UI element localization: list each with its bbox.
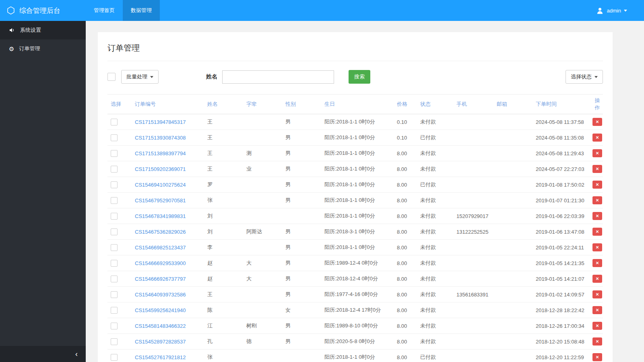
- sidebar-item-system-settings[interactable]: 系统设置: [0, 21, 86, 39]
- cell-birthday: 阳历:2018-1-1 0时0分: [321, 146, 394, 161]
- delete-button[interactable]: ×: [592, 290, 602, 298]
- row-checkbox[interactable]: [111, 166, 118, 173]
- cell-status: 已付款: [417, 350, 453, 362]
- column-header: 字辈: [243, 95, 282, 114]
- delete-button[interactable]: ×: [592, 196, 602, 204]
- cell-name: 孔: [204, 334, 243, 350]
- cell-created_at: 2018-12-26 17:00:34: [533, 318, 592, 334]
- order-number-link[interactable]: CS154666926737797: [135, 276, 186, 282]
- cell-name: 刘: [204, 224, 243, 240]
- table-row: CS154581483466322江树刚男阳历:1989-8-10 0时0分8.…: [107, 318, 603, 334]
- select-all-checkbox[interactable]: [107, 73, 116, 81]
- cell-zibei: [243, 193, 282, 208]
- cell-price: 8.00: [394, 318, 417, 334]
- nav-item-home[interactable]: 管理首页: [86, 0, 123, 21]
- cell-name: 王: [204, 114, 243, 130]
- cell-zibei: [243, 350, 282, 362]
- delete-button[interactable]: ×: [592, 134, 602, 142]
- delete-button[interactable]: ×: [592, 353, 602, 361]
- row-checkbox[interactable]: [111, 276, 118, 282]
- order-number-link[interactable]: CS171509202369071: [135, 166, 186, 172]
- cell-order_no: CS154528972828537: [132, 334, 204, 350]
- order-number-link[interactable]: CS154679529070581: [135, 197, 186, 204]
- cell-status: 未付款: [417, 318, 453, 334]
- order-number-link[interactable]: CS154669825123437: [135, 245, 186, 251]
- cell-order_no: CS154694100275624: [132, 177, 204, 193]
- order-number-link[interactable]: CS154675362829026: [135, 229, 186, 235]
- cell-order_no: CS154675362829026: [132, 224, 204, 240]
- row-checkbox[interactable]: [111, 150, 118, 157]
- order-number-link[interactable]: CS154581483466322: [135, 323, 186, 329]
- sidebar-item-order-management[interactable]: ⚙ 订单管理: [0, 39, 86, 58]
- order-table-head-row: 选择订单编号姓名字辈性别生日价格状态手机邮箱下单时间操作: [107, 95, 603, 114]
- delete-button[interactable]: ×: [592, 228, 602, 236]
- row-checkbox[interactable]: [111, 119, 118, 125]
- cell-actions: ×: [592, 287, 603, 302]
- column-header: 性别: [282, 95, 321, 114]
- status-filter-button[interactable]: 选择状态: [566, 70, 603, 84]
- delete-button[interactable]: ×: [592, 243, 602, 251]
- sidebar-collapse-button[interactable]: ‹: [0, 346, 86, 362]
- search-button[interactable]: 搜索: [349, 70, 370, 84]
- row-checkbox[interactable]: [111, 291, 118, 298]
- row-checkbox[interactable]: [111, 323, 118, 329]
- delete-button[interactable]: ×: [592, 118, 602, 126]
- table-row: CS154678341989831刘阳历:2018-1-1 0时0分8.00未付…: [107, 208, 603, 224]
- row-checkbox[interactable]: [111, 228, 118, 235]
- batch-actions-button[interactable]: 批量处理: [121, 70, 159, 84]
- delete-button[interactable]: ×: [592, 181, 602, 189]
- order-number-link[interactable]: CS154599256241940: [135, 307, 186, 313]
- row-checkbox[interactable]: [111, 354, 118, 361]
- user-menu[interactable]: admin: [596, 0, 644, 21]
- order-number-link[interactable]: CS154678341989831: [135, 213, 186, 219]
- cell-name: 刘: [204, 208, 243, 224]
- cell-gender: 男: [282, 334, 321, 350]
- cell-gender: 女: [282, 302, 321, 318]
- order-number-link[interactable]: CS154528972828537: [135, 339, 186, 345]
- row-checkbox[interactable]: [111, 181, 118, 188]
- delete-button[interactable]: ×: [592, 337, 602, 346]
- delete-button[interactable]: ×: [592, 149, 602, 157]
- cell-gender: 男: [282, 287, 321, 302]
- order-number-link[interactable]: CS171513898397794: [135, 150, 186, 156]
- cell-actions: ×: [592, 318, 603, 334]
- row-checkbox[interactable]: [111, 260, 118, 267]
- cell-status: 未付款: [417, 114, 453, 130]
- cell-order_no: CS171513898397794: [132, 146, 204, 161]
- cell-select: [107, 271, 132, 287]
- delete-button[interactable]: ×: [592, 259, 602, 267]
- row-checkbox[interactable]: [111, 134, 118, 141]
- order-number-link[interactable]: CS171513947845317: [135, 119, 186, 125]
- delete-button[interactable]: ×: [592, 275, 602, 283]
- row-checkbox[interactable]: [111, 307, 118, 314]
- cell-order_no: CS154666929533900: [132, 255, 204, 271]
- row-checkbox[interactable]: [111, 213, 118, 220]
- row-checkbox[interactable]: [111, 338, 118, 345]
- cell-created_at: 2024-05-07 22:27:03: [533, 161, 592, 177]
- order-number-link[interactable]: CS154666929533900: [135, 260, 186, 266]
- cell-created_at: 2019-01-06 22:03:39: [533, 208, 592, 224]
- cell-created_at: 2019-01-07 01:21:30: [533, 193, 592, 208]
- cell-birthday: 阳历:2020-5-8 0时0分: [321, 334, 394, 350]
- main-content: 订单管理 批量处理 姓名 搜索 选择状态 选择订单编号姓名字: [86, 21, 644, 362]
- cell-birthday: 阳历:1977-4-16 0时0分: [321, 287, 394, 302]
- nav-item-data[interactable]: 数据管理: [123, 0, 160, 21]
- delete-button[interactable]: ×: [592, 212, 602, 220]
- order-number-link[interactable]: CS171513930874308: [135, 135, 186, 141]
- column-header: 状态: [417, 95, 453, 114]
- delete-button[interactable]: ×: [592, 165, 602, 173]
- delete-button[interactable]: ×: [592, 306, 602, 314]
- sidebar: 系统设置 ⚙ 订单管理 ‹: [0, 21, 86, 362]
- cell-birthday: 阳历:2018-12-4 17时0分: [321, 302, 394, 318]
- cell-order_no: CS171513930874308: [132, 130, 204, 146]
- order-number-link[interactable]: CS154640939732586: [135, 292, 186, 298]
- row-checkbox[interactable]: [111, 244, 118, 251]
- delete-button[interactable]: ×: [592, 322, 602, 330]
- name-filter-label: 姓名: [206, 73, 217, 80]
- cell-name: 张: [204, 350, 243, 362]
- order-number-link[interactable]: CS154527617921812: [135, 354, 186, 360]
- order-number-link[interactable]: CS154694100275624: [135, 182, 186, 188]
- table-row: CS154666929533900赵大男阳历:1989-12-4 0时0分8.0…: [107, 255, 603, 271]
- row-checkbox[interactable]: [111, 197, 118, 204]
- name-filter-input[interactable]: [222, 70, 334, 84]
